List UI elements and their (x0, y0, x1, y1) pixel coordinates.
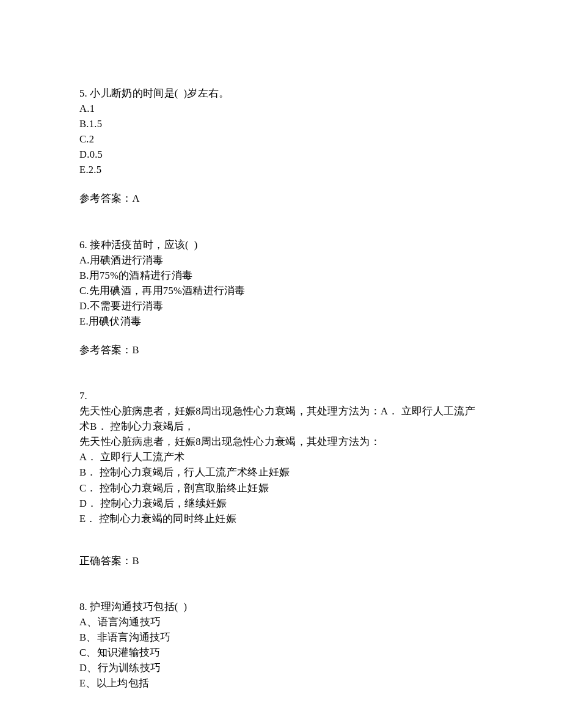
option-c: C、知识灌输技巧 (79, 645, 483, 660)
answer-label: 正确答案： (79, 555, 133, 567)
question-5: 5. 小儿断奶的时间是( )岁左右。 A.1 B.1.5 C.2 D.0.5 E… (79, 86, 483, 207)
question-stem: 8. 护理沟通技巧包括( ) (79, 599, 483, 614)
question-preline-1: 先天性心脏病患者，妊娠8周出现急性心力衰竭，其处理方法为：A． 立即行人工流产术… (79, 403, 483, 434)
option-e: E.用碘伏消毒 (79, 314, 483, 329)
question-number: 7. (79, 388, 483, 403)
option-e: E、以上均包括 (79, 675, 483, 691)
option-d: D.不需要进行消毒 (79, 298, 483, 314)
question-number: 6. (79, 239, 87, 251)
question-stem: 6. 接种活疫苗时，应该( ) (79, 237, 483, 252)
answer-line: 参考答案：A (79, 191, 483, 206)
question-7: 7. 先天性心脏病患者，妊娠8周出现急性心力衰竭，其处理方法为：A． 立即行人工… (79, 388, 483, 568)
option-c: C． 控制心力衰竭后，剖宫取胎终止妊娠 (79, 480, 483, 496)
question-text: 小儿断奶的时间是( )岁左右。 (90, 87, 229, 99)
option-b: B． 控制心力衰竭后，行人工流产术终止妊娠 (79, 465, 483, 480)
option-d: D、行为训练技巧 (79, 660, 483, 675)
answer-label: 参考答案： (79, 344, 133, 356)
answer-line: 参考答案：B (79, 342, 483, 358)
question-preline-2: 先天性心脏病患者，妊娠8周出现急性心力衰竭，其处理方法为： (79, 434, 483, 449)
option-e: E.2.5 (79, 162, 483, 177)
option-e: E． 控制心力衰竭的同时终止妊娠 (79, 511, 483, 526)
question-6: 6. 接种活疫苗时，应该( ) A.用碘酒进行消毒 B.用75%的酒精进行消毒 … (79, 237, 483, 358)
option-d: D． 控制心力衰竭后，继续妊娠 (79, 496, 483, 511)
question-text: 接种活疫苗时，应该( ) (90, 239, 197, 251)
answer-value: B (133, 344, 139, 356)
answer-line: 正确答案：B (79, 553, 483, 568)
option-b: B.1.5 (79, 116, 483, 131)
question-8: 8. 护理沟通技巧包括( ) A、语言沟通技巧 B、非语言沟通技巧 C、知识灌输… (79, 599, 483, 691)
option-a: A.用碘酒进行消毒 (79, 252, 483, 268)
option-c: C.2 (79, 131, 483, 147)
answer-label: 参考答案： (79, 193, 133, 204)
question-text: 护理沟通技巧包括( ) (90, 601, 187, 612)
option-a: A.1 (79, 101, 483, 116)
question-number: 5. (79, 87, 87, 99)
question-number: 8. (79, 601, 87, 612)
option-c: C.先用碘酒，再用75%酒精进行消毒 (79, 283, 483, 298)
question-stem: 5. 小儿断奶的时间是( )岁左右。 (79, 86, 483, 101)
answer-value: B (133, 555, 139, 567)
option-b: B、非语言沟通技巧 (79, 630, 483, 645)
option-a: A、语言沟通技巧 (79, 614, 483, 630)
option-b: B.用75%的酒精进行消毒 (79, 268, 483, 283)
answer-value: A (133, 193, 140, 204)
option-a: A． 立即行人工流产术 (79, 449, 483, 465)
option-d: D.0.5 (79, 147, 483, 162)
